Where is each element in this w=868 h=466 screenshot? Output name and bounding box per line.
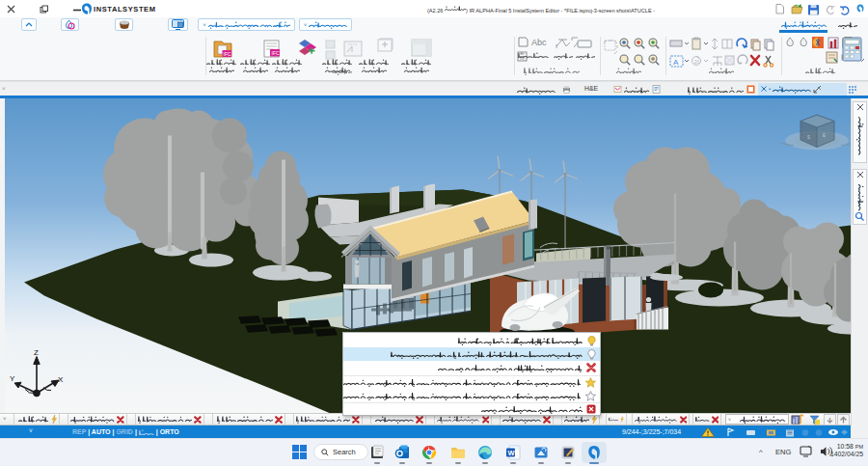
svg-text:IFC: IFC [272, 50, 280, 56]
svg-text:A: A [673, 58, 679, 67]
svg-text:S: S [807, 134, 810, 139]
svg-text:20: 20 [694, 59, 700, 65]
svg-text:E: E [823, 132, 826, 137]
svg-text:IFC: IFC [224, 51, 231, 57]
svg-text:Y: Y [10, 373, 15, 382]
svg-text:X: X [58, 374, 64, 383]
svg-text:Z: Z [34, 347, 39, 356]
svg-text:Abc: Abc [531, 38, 547, 47]
svg-text:W: W [508, 449, 516, 457]
